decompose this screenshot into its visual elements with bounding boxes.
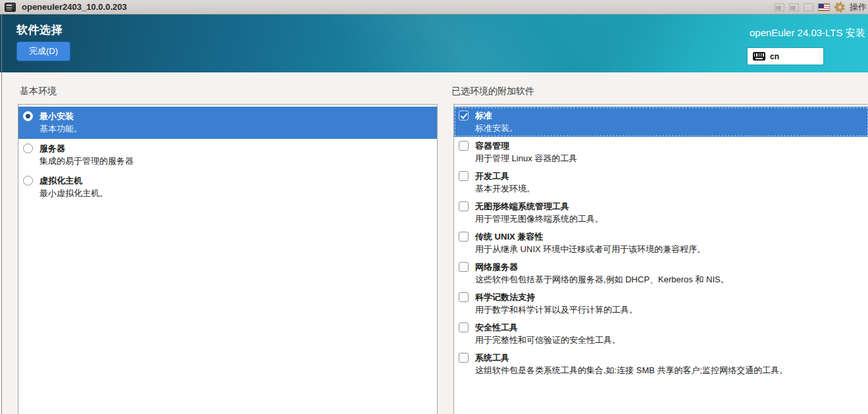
checkbox-icon[interactable] [459, 323, 469, 332]
addon-item[interactable]: 标准 标准安装。 [454, 107, 868, 137]
terminal-icon [5, 3, 16, 12]
item-text: 网络服务器 这些软件包包括基于网络的服务器,例如 DHCP、Kerberos 和… [475, 261, 729, 286]
radio-icon[interactable] [23, 176, 33, 186]
checkbox-icon[interactable] [459, 232, 469, 242]
item-desc: 基本功能。 [39, 122, 82, 135]
vm-titlebar: openeuler2403_10.0.0.203 操作 [0, 0, 868, 14]
item-title: 最小安装 [39, 110, 82, 122]
addon-item[interactable]: 系统工具 这组软件包是各类系统工具的集合,如:连接 SMB 共享的客户;监控网络… [454, 349, 868, 379]
item-title: 虚拟化主机 [39, 174, 108, 187]
radio-icon[interactable] [23, 111, 33, 121]
item-title: 服务器 [39, 142, 134, 155]
addon-item[interactable]: 开发工具 基本开发环境。 [454, 167, 868, 197]
window-border [1, 14, 2, 414]
item-desc: 最小虚拟化主机。 [39, 187, 108, 199]
item-text: 标准 标准安装。 [475, 109, 518, 134]
vm-window-title: openeuler2403_10.0.0.203 [22, 2, 127, 12]
addon-item[interactable]: 无图形终端系统管理工具 用于管理无图像终端系统的工具。 [454, 197, 868, 228]
item-desc: 用于从继承 UNIX 环境中迁移或者可用于该环境的兼容程序。 [475, 243, 705, 255]
item-text: 无图形终端系统管理工具 用于管理无图像终端系统的工具。 [475, 200, 603, 225]
checkbox-icon[interactable] [459, 111, 469, 120]
screen: openeuler2403_10.0.0.203 操作 软件选择 完成(D) o… [0, 0, 868, 414]
item-title: 容器管理 [475, 140, 577, 152]
main-content: 基本环境 已选环境的附加软件 最小安装 基本功能。 服务器 集成的易于管理的服务… [0, 72, 868, 414]
item-desc: 这组软件包是各类系统工具的集合,如:连接 SMB 共享的客户;监控网络交通的工具… [475, 364, 788, 376]
item-desc: 这些软件包包括基于网络的服务器,例如 DHCP、Kerberos 和 NIS。 [475, 273, 729, 286]
item-title: 安全性工具 [475, 321, 621, 334]
checkbox-icon[interactable] [459, 171, 469, 181]
item-text: 开发工具 基本开发环境。 [475, 170, 535, 195]
item-text: 安全性工具 用于完整性和可信验证的安全性工具。 [475, 321, 621, 346]
item-text: 服务器 集成的易于管理的服务器 [39, 142, 134, 167]
restore-window-icon-2[interactable] [789, 3, 799, 11]
addons-heading: 已选环境的附加软件 [451, 86, 534, 97]
item-text: 容器管理 用于管理 Linux 容器的工具 [475, 140, 577, 165]
item-desc: 用于管理无图像终端系统的工具。 [475, 213, 603, 225]
item-title: 科学记数法支持 [475, 291, 638, 303]
addon-item[interactable]: 容器管理 用于管理 Linux 容器的工具 [454, 137, 868, 167]
checkbox-icon[interactable] [459, 353, 469, 363]
item-title: 开发工具 [475, 170, 535, 182]
item-desc: 集成的易于管理的服务器 [39, 155, 134, 167]
item-title: 标准 [475, 109, 518, 122]
item-text: 科学记数法支持 用于数学和科学计算以及平行计算的工具。 [475, 291, 638, 316]
header-banner: 软件选择 完成(D) openEuler 24.03-LTS 安装 cn [0, 14, 868, 72]
item-text: 传统 UNIX 兼容性 用于从继承 UNIX 环境中迁移或者可用于该环境的兼容程… [475, 230, 705, 255]
base-env-item[interactable]: 虚拟化主机 最小虚拟化主机。 [18, 171, 437, 203]
addon-item[interactable]: 科学记数法支持 用于数学和科学计算以及平行计算的工具。 [454, 288, 868, 319]
menu-actions[interactable]: 操作 [850, 1, 867, 13]
maximize-window-icon[interactable] [804, 3, 813, 11]
done-button[interactable]: 完成(D) [16, 41, 70, 61]
restore-window-icon[interactable] [775, 3, 784, 11]
checkbox-icon[interactable] [459, 262, 469, 272]
vm-toolbar: 操作 [775, 1, 867, 13]
item-title: 无图形终端系统管理工具 [475, 200, 603, 213]
base-env-item[interactable]: 服务器 集成的易于管理的服务器 [18, 139, 437, 171]
addons-list: 标准 标准安装。 容器管理 用于管理 Linux 容器的工具 开发工具 基本开发… [453, 104, 868, 414]
checkbox-icon[interactable] [459, 201, 469, 211]
gear-icon[interactable] [834, 2, 845, 13]
item-desc: 用于管理 Linux 容器的工具 [475, 152, 577, 165]
product-label: openEuler 24.03-LTS 安装 [750, 27, 865, 39]
keyboard-layout-indicator[interactable]: cn [748, 48, 823, 65]
item-desc: 用于完整性和可信验证的安全性工具。 [475, 334, 621, 346]
item-desc: 基本开发环境。 [475, 182, 535, 195]
item-desc: 用于数学和科学计算以及平行计算的工具。 [475, 303, 638, 316]
item-title: 网络服务器 [475, 261, 729, 273]
item-title: 系统工具 [475, 351, 788, 364]
item-text: 虚拟化主机 最小虚拟化主机。 [39, 174, 108, 199]
item-text: 系统工具 这组软件包是各类系统工具的集合,如:连接 SMB 共享的客户;监控网络… [475, 351, 788, 376]
base-environment-list: 最小安装 基本功能。 服务器 集成的易于管理的服务器 虚拟化主机 最小虚拟化主机… [18, 104, 438, 414]
base-env-item[interactable]: 最小安装 基本功能。 [18, 107, 437, 139]
checkbox-icon[interactable] [459, 292, 469, 302]
addon-item[interactable]: 安全性工具 用于完整性和可信验证的安全性工具。 [454, 319, 868, 349]
item-title: 传统 UNIX 兼容性 [475, 230, 705, 243]
keyboard-layout-value: cn [770, 52, 779, 61]
page-title: 软件选择 [16, 22, 63, 38]
us-flag-icon[interactable] [818, 3, 830, 11]
addon-item[interactable]: 传统 UNIX 兼容性 用于从继承 UNIX 环境中迁移或者可用于该环境的兼容程… [454, 228, 868, 258]
item-text: 最小安装 基本功能。 [39, 110, 82, 135]
item-desc: 标准安装。 [475, 122, 518, 134]
radio-icon[interactable] [23, 143, 33, 153]
keyboard-icon [753, 52, 765, 61]
addon-item[interactable]: 网络服务器 这些软件包包括基于网络的服务器,例如 DHCP、Kerberos 和… [454, 258, 868, 288]
base-environment-heading: 基本环境 [20, 86, 57, 97]
checkbox-icon[interactable] [459, 141, 469, 151]
